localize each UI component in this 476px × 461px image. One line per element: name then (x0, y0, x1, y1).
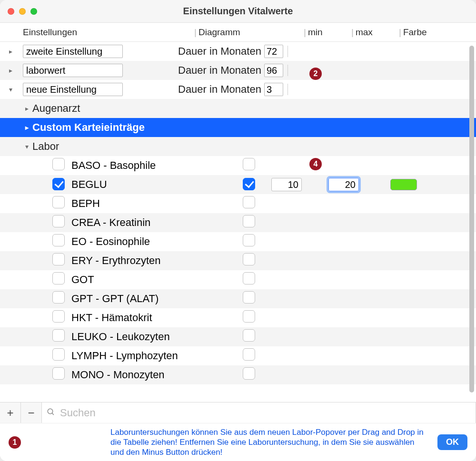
diagram-label: Dauer in Monaten (178, 83, 261, 96)
section-label: Custom Karteieinträge (32, 121, 476, 134)
diagram-checkbox[interactable] (243, 310, 255, 323)
add-button[interactable]: + (0, 402, 21, 423)
diagram-checkbox[interactable] (243, 178, 255, 190)
section-row[interactable]: ▸ Augenarzt (0, 99, 476, 118)
setting-name-input[interactable] (23, 45, 123, 58)
search-field[interactable] (42, 402, 476, 423)
diagram-checkbox[interactable] (243, 329, 255, 342)
enable-checkbox[interactable] (52, 329, 65, 342)
lab-label: MONO - Monozyten (71, 369, 243, 381)
remove-button[interactable]: − (21, 402, 42, 423)
lab-row[interactable]: MONO - Monozyten (0, 365, 476, 384)
svg-point-0 (48, 409, 53, 414)
diagram-checkbox[interactable] (243, 348, 255, 361)
chevron-down-icon[interactable]: ▾ (23, 143, 30, 150)
lab-label: ERY - Erythrozyten (71, 255, 243, 267)
section-row[interactable]: ▾ Labor (0, 137, 476, 156)
setting-name-input[interactable] (23, 83, 123, 96)
section-label: Labor (32, 140, 476, 153)
section-row[interactable]: ▸ Custom Karteieinträge (0, 118, 476, 137)
ok-button[interactable]: OK (437, 434, 467, 450)
scrollbar[interactable] (469, 46, 474, 392)
months-input[interactable] (264, 64, 283, 77)
lab-label: LYMPH - Lymphozyten (71, 350, 243, 362)
months-input[interactable] (264, 45, 283, 58)
col-farbe[interactable]: |Farbe (399, 27, 456, 38)
lab-label: EO - Eosinophile (71, 235, 243, 248)
chevron-right-icon[interactable]: ▸ (7, 48, 14, 55)
lab-label: GOT (71, 274, 243, 286)
enable-checkbox[interactable] (52, 272, 65, 284)
column-headers: Einstellungen |Diagramm |min |max |Farbe (0, 23, 476, 42)
chevron-right-icon[interactable]: ▸ (23, 105, 30, 112)
enable-checkbox[interactable] (52, 196, 65, 208)
footer: 1 Laboruntersuchungen können Sie aus dem… (0, 423, 476, 461)
lab-row[interactable]: HKT - Hämatokrit (0, 308, 476, 327)
max-input[interactable]: 20 (328, 178, 359, 191)
search-input[interactable] (59, 406, 471, 420)
section-label: Augenarzt (32, 102, 476, 115)
col-einstellungen[interactable]: Einstellungen (23, 27, 194, 38)
color-swatch[interactable] (390, 179, 417, 190)
lab-row[interactable]: ERY - Erythrozyten (0, 251, 476, 270)
diagram-checkbox[interactable] (243, 253, 255, 265)
chevron-right-icon[interactable]: ▸ (23, 124, 30, 131)
enable-checkbox[interactable] (52, 253, 65, 265)
lab-row[interactable]: EO - Eosinophile (0, 232, 476, 251)
lab-row[interactable]: CREA - Kreatinin (0, 213, 476, 232)
col-min[interactable]: |min (304, 27, 351, 38)
lab-row[interactable]: LEUKO - Leukozyten (0, 327, 476, 346)
months-input[interactable] (264, 83, 283, 96)
setting-row[interactable]: ▸ Dauer in Monaten (0, 42, 476, 61)
lab-label: LEUKO - Leukozyten (71, 331, 243, 343)
diagram-checkbox[interactable] (243, 215, 255, 227)
diagram-checkbox[interactable] (243, 291, 255, 304)
col-diagramm[interactable]: |Diagramm (194, 27, 304, 38)
enable-checkbox[interactable] (52, 291, 65, 304)
enable-checkbox[interactable] (52, 158, 65, 170)
lab-label: BASO - Basophile (71, 159, 243, 172)
enable-checkbox[interactable] (52, 178, 65, 190)
annotation-4: 4 (309, 158, 322, 170)
diagram-checkbox[interactable] (243, 367, 255, 380)
window-title: Einstellungen Vitalwerte (0, 6, 476, 17)
lab-row[interactable]: GPT - GPT (ALAT) (0, 289, 476, 308)
enable-checkbox[interactable] (52, 310, 65, 323)
annotation-1: 1 (9, 436, 21, 449)
setting-row[interactable]: ▾ Dauer in Monaten (0, 80, 476, 99)
lab-label: BEGLU (71, 178, 243, 191)
lab-row[interactable]: BEGLU 10 20 34 (0, 175, 476, 194)
chevron-down-icon[interactable]: ▾ (7, 86, 14, 93)
diagram-label: Dauer in Monaten (178, 45, 261, 58)
lab-row[interactable]: LYMPH - Lymphozyten (0, 346, 476, 365)
col-max[interactable]: |max (351, 27, 399, 38)
setting-name-input[interactable] (23, 64, 123, 77)
enable-checkbox[interactable] (52, 367, 65, 380)
tree-body: ▸ Dauer in Monaten ▸ Dauer in Monaten 2▾… (0, 42, 476, 402)
diagram-checkbox[interactable] (243, 234, 255, 246)
setting-row[interactable]: ▸ Dauer in Monaten (0, 61, 476, 80)
settings-window: Einstellungen Vitalwerte Einstellungen |… (0, 0, 476, 461)
lab-label: BEPH (71, 197, 243, 210)
toolbar: + − (0, 402, 476, 423)
enable-checkbox[interactable] (52, 234, 65, 246)
enable-checkbox[interactable] (52, 348, 65, 361)
lab-label: GPT - GPT (ALAT) (71, 293, 243, 305)
lab-row[interactable]: BEPH (0, 194, 476, 213)
diagram-label: Dauer in Monaten (178, 64, 261, 77)
lab-row[interactable]: BASO - Basophile (0, 156, 476, 175)
titlebar: Einstellungen Vitalwerte (0, 0, 476, 23)
footer-hint: Laboruntersuchungen können Sie aus dem n… (30, 427, 429, 458)
annotation-2: 2 (309, 68, 322, 80)
diagram-checkbox[interactable] (243, 272, 255, 284)
lab-label: HKT - Hämatokrit (71, 312, 243, 324)
enable-checkbox[interactable] (52, 215, 65, 227)
diagram-checkbox[interactable] (243, 158, 255, 170)
chevron-right-icon[interactable]: ▸ (7, 67, 14, 74)
lab-label: CREA - Kreatinin (71, 216, 243, 229)
lab-row[interactable]: GOT (0, 270, 476, 289)
svg-line-1 (52, 413, 54, 415)
search-icon (47, 408, 55, 418)
min-input[interactable]: 10 (271, 178, 302, 191)
diagram-checkbox[interactable] (243, 196, 255, 208)
